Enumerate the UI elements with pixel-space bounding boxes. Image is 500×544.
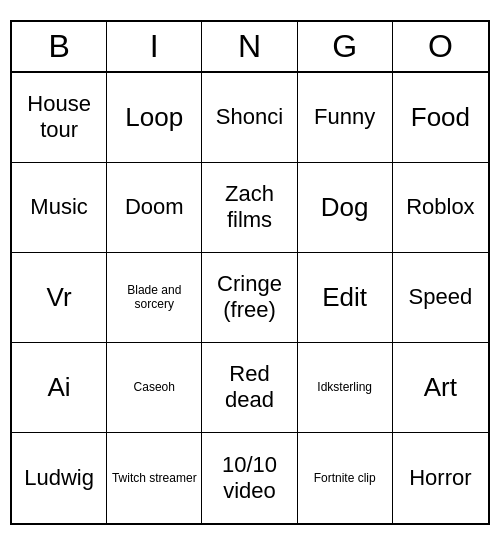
header-letter-N: N <box>202 22 297 71</box>
bingo-grid: House tourLoopShonciFunnyFoodMusicDoomZa… <box>12 73 488 523</box>
bingo-card: BINGO House tourLoopShonciFunnyFoodMusic… <box>10 20 490 525</box>
bingo-header: BINGO <box>12 22 488 73</box>
bingo-cell-14: Speed <box>393 253 488 343</box>
bingo-cell-24: Horror <box>393 433 488 523</box>
header-letter-B: B <box>12 22 107 71</box>
bingo-cell-3: Funny <box>298 73 393 163</box>
bingo-cell-18: Idksterling <box>298 343 393 433</box>
bingo-cell-16: Caseoh <box>107 343 202 433</box>
bingo-cell-2: Shonci <box>202 73 297 163</box>
bingo-cell-19: Art <box>393 343 488 433</box>
bingo-cell-13: Edit <box>298 253 393 343</box>
bingo-cell-6: Doom <box>107 163 202 253</box>
bingo-cell-4: Food <box>393 73 488 163</box>
header-letter-G: G <box>298 22 393 71</box>
bingo-cell-7: Zach films <box>202 163 297 253</box>
bingo-cell-9: Roblox <box>393 163 488 253</box>
bingo-cell-8: Dog <box>298 163 393 253</box>
bingo-cell-22: 10/10 video <box>202 433 297 523</box>
bingo-cell-23: Fortnite clip <box>298 433 393 523</box>
header-letter-I: I <box>107 22 202 71</box>
bingo-cell-5: Music <box>12 163 107 253</box>
bingo-cell-15: Ai <box>12 343 107 433</box>
bingo-cell-20: Ludwig <box>12 433 107 523</box>
bingo-cell-0: House tour <box>12 73 107 163</box>
bingo-cell-11: Blade and sorcery <box>107 253 202 343</box>
bingo-cell-1: Loop <box>107 73 202 163</box>
bingo-cell-10: Vr <box>12 253 107 343</box>
bingo-cell-21: Twitch streamer <box>107 433 202 523</box>
bingo-cell-12: Cringe (free) <box>202 253 297 343</box>
header-letter-O: O <box>393 22 488 71</box>
bingo-cell-17: Red dead <box>202 343 297 433</box>
